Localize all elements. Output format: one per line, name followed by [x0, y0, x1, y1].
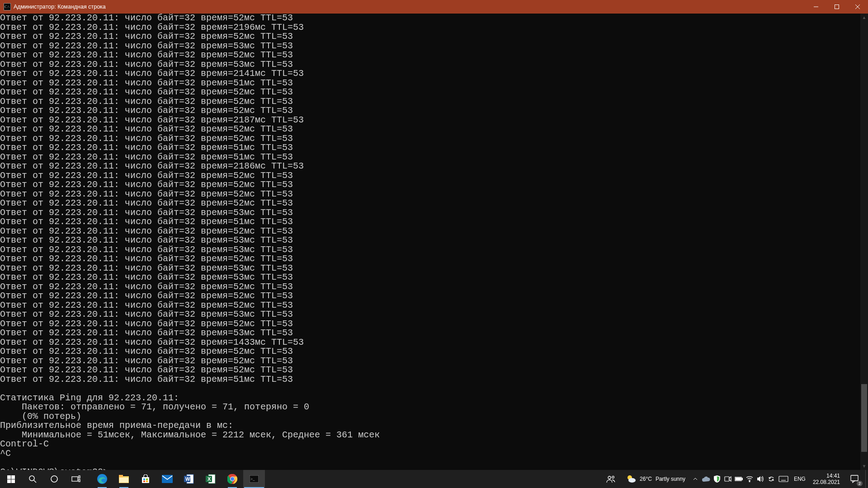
console-line: Ответ от 92.223.20.11: число байт=32 вре… [0, 328, 860, 338]
scroll-down-arrow[interactable]: ▼ [860, 462, 868, 470]
taskbar-app-mail[interactable] [156, 470, 178, 488]
console-line: Ответ от 92.223.20.11: число байт=32 вре… [0, 190, 860, 199]
svg-point-16 [97, 474, 107, 484]
svg-rect-43 [735, 477, 741, 481]
tray-meet-now-icon[interactable] [722, 470, 733, 488]
console-line: Ответ от 92.223.20.11: число байт=32 вре… [0, 217, 860, 227]
taskbar-app-excel[interactable]: X [200, 470, 222, 488]
svg-point-10 [29, 476, 34, 481]
search-button[interactable] [22, 470, 43, 488]
taskbar: W X >_ 26°C Partly sunny [0, 470, 868, 488]
svg-rect-6 [7, 475, 11, 479]
svg-rect-20 [142, 477, 149, 483]
svg-rect-29 [208, 474, 215, 483]
console-line: Ответ от 92.223.20.11: число байт=32 вре… [0, 208, 860, 218]
svg-rect-48 [779, 476, 788, 482]
svg-point-37 [608, 476, 611, 479]
notification-badge: 2 [857, 481, 863, 486]
svg-rect-13 [72, 477, 78, 481]
console-line: Ответ от 92.223.20.11: число байт=32 вре… [0, 23, 860, 33]
svg-text:W: W [185, 476, 190, 482]
svg-point-39 [627, 475, 632, 480]
console-line: Ответ от 92.223.20.11: число байт=32 вре… [0, 116, 860, 125]
console-line: Ответ от 92.223.20.11: число байт=32 вре… [0, 162, 860, 171]
svg-rect-7 [11, 475, 15, 479]
taskbar-app-chrome[interactable] [222, 470, 243, 488]
window-title: Администратор: Командная строка [14, 4, 106, 10]
console-line: Ответ от 92.223.20.11: число байт=32 вре… [0, 338, 860, 347]
console-line: Ответ от 92.223.20.11: число байт=32 вре… [0, 199, 860, 208]
console-line: Ответ от 92.223.20.11: число байт=32 вре… [0, 180, 860, 190]
minimize-button[interactable] [806, 0, 826, 14]
svg-line-4 [855, 5, 860, 9]
console-line: Приблизительное время приема-передачи в … [0, 421, 860, 431]
weather-widget[interactable]: 26°C Partly sunny [622, 470, 690, 488]
taskbar-app-cmd[interactable]: >_ [243, 470, 265, 488]
tray-onedrive-icon[interactable] [701, 470, 712, 488]
console-line: Ответ от 92.223.20.11: число байт=32 вре… [0, 301, 860, 310]
taskbar-app-store[interactable] [135, 470, 156, 488]
action-center-button[interactable]: 2 [844, 470, 865, 488]
cmd-window: C:\ Администратор: Командная строка Отве… [0, 0, 868, 488]
console-line: Статистика Ping для 92.223.20.11: [0, 394, 860, 403]
svg-rect-26 [187, 474, 193, 483]
console-line: Пакетов: отправлено = 71, получено = 71,… [0, 403, 860, 412]
svg-rect-18 [119, 475, 123, 477]
console-line: Ответ от 92.223.20.11: число байт=32 вре… [0, 106, 860, 116]
svg-line-11 [34, 480, 36, 483]
people-button[interactable] [600, 470, 622, 488]
tray-overflow-icon[interactable] [690, 470, 701, 488]
console-line [0, 384, 860, 394]
console-line: Ответ от 92.223.20.11: число байт=32 вре… [0, 227, 860, 236]
svg-rect-35 [250, 475, 259, 483]
tray-wifi-icon[interactable] [744, 470, 755, 488]
weather-icon [626, 474, 636, 484]
start-button[interactable] [0, 470, 22, 488]
tray-sync-icon[interactable] [766, 470, 777, 488]
clock[interactable]: 14:41 22.08.2021 [809, 473, 844, 485]
console-line: Ответ от 92.223.20.11: число байт=32 вре… [0, 153, 860, 162]
console-line: Ответ от 92.223.20.11: число байт=32 вре… [0, 254, 860, 264]
show-desktop-button[interactable] [865, 470, 868, 488]
taskbar-app-edge[interactable] [91, 470, 113, 488]
titlebar[interactable]: C:\ Администратор: Командная строка [0, 0, 868, 14]
console-line: Ответ от 92.223.20.11: число байт=32 вре… [0, 79, 860, 88]
weather-temp: 26°C [640, 476, 652, 482]
console-line: Ответ от 92.223.20.11: число байт=32 вре… [0, 236, 860, 245]
console-line: Ответ от 92.223.20.11: число байт=32 вре… [0, 291, 860, 301]
console-line: Ответ от 92.223.20.11: число байт=32 вре… [0, 375, 860, 385]
console-line: Ответ от 92.223.20.11: число байт=32 вре… [0, 310, 860, 319]
tray-battery-icon[interactable] [733, 470, 744, 488]
language-indicator[interactable]: ENG [790, 476, 809, 482]
scroll-up-arrow[interactable]: ▲ [860, 14, 868, 21]
task-view-button[interactable] [65, 470, 87, 488]
svg-text:C:\: C:\ [5, 5, 10, 9]
console-line: Ответ от 92.223.20.11: число байт=32 вре… [0, 42, 860, 51]
svg-rect-55 [851, 475, 858, 481]
taskbar-app-word[interactable]: W [178, 470, 200, 488]
tray-volume-icon[interactable] [755, 470, 766, 488]
cortana-button[interactable] [43, 470, 65, 488]
console-line: Control-C [0, 440, 860, 449]
taskbar-app-file-explorer[interactable] [113, 470, 135, 488]
tray-keyboard-icon[interactable] [777, 470, 790, 488]
svg-rect-14 [79, 476, 80, 478]
console-line: Ответ от 92.223.20.11: число байт=32 вре… [0, 88, 860, 97]
console-line: Ответ от 92.223.20.11: число байт=32 вре… [0, 171, 860, 181]
svg-point-46 [749, 481, 750, 482]
svg-rect-19 [119, 478, 128, 483]
vertical-scrollbar[interactable]: ▲ ▼ [860, 14, 868, 470]
console-output[interactable]: Ответ от 92.223.20.11: число байт=32 вре… [0, 14, 860, 470]
maximize-button[interactable] [826, 0, 847, 14]
console-line: Ответ от 92.223.20.11: число байт=32 вре… [0, 32, 860, 42]
svg-rect-15 [79, 479, 80, 482]
console-line: Ответ от 92.223.20.11: число байт=32 вре… [0, 14, 860, 23]
svg-rect-25 [162, 475, 173, 483]
close-button[interactable] [847, 0, 868, 14]
console-line: Ответ от 92.223.20.11: число байт=32 вре… [0, 97, 860, 107]
system-tray [690, 470, 790, 488]
tray-security-icon[interactable] [712, 470, 722, 488]
scroll-thumb[interactable] [861, 384, 867, 452]
svg-point-40 [628, 478, 636, 483]
console-line: ^C [0, 449, 860, 459]
